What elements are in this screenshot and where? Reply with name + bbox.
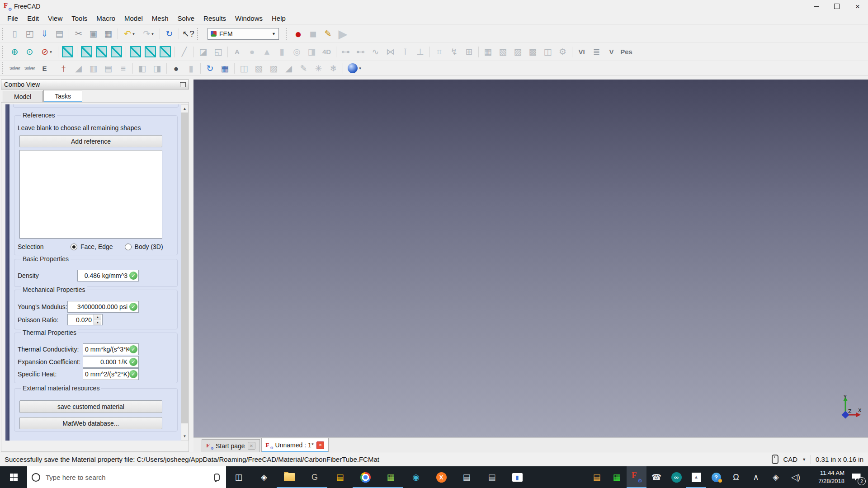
specific-heat-field[interactable]: 0 mm^2/(s^2*K) [83, 368, 139, 380]
front-view-icon[interactable] [79, 45, 94, 59]
constraint-force-icon[interactable]: ⊷ [353, 45, 368, 59]
bottom-view-icon[interactable] [143, 45, 158, 59]
chrome-icon[interactable] [353, 466, 378, 488]
workbench-selector[interactable]: FEM ▼ [208, 28, 279, 40]
menu-item[interactable]: Mesh [147, 14, 173, 23]
constraint-gear-icon[interactable]: ⊺ [398, 45, 413, 59]
toolbar-handle[interactable] [286, 28, 288, 40]
constraint-fixed-icon[interactable]: ⊶ [338, 45, 353, 59]
right-view-icon[interactable] [109, 45, 124, 59]
mesh-faces-icon[interactable]: ▧ [251, 61, 266, 75]
mesh-edges-icon[interactable]: ▨ [266, 61, 281, 75]
taskbar-clock[interactable]: 11:44 AM 7/28/2018 [807, 466, 844, 488]
undo-icon[interactable]: ↶ [120, 27, 139, 41]
mesh-gmsh-icon[interactable]: ▧ [495, 45, 510, 59]
constraint-displacement-icon[interactable]: ⌗ [432, 45, 447, 59]
cut-icon[interactable]: ✂ [71, 27, 86, 41]
flow-icon[interactable]: ◢ [71, 61, 86, 75]
matweb-database-button[interactable]: MatWeb database... [19, 417, 162, 429]
menu-item[interactable]: Macro [92, 14, 120, 23]
radio-face-edge[interactable] [71, 244, 77, 250]
youngs-modulus-field[interactable]: 34000000.000 psi [67, 301, 139, 313]
open-file-icon[interactable]: ◰ [22, 27, 37, 41]
photos-icon[interactable]: ▲ [686, 466, 706, 488]
references-list[interactable] [19, 150, 162, 239]
toolbar-handle[interactable] [2, 62, 5, 74]
comb-plot-icon[interactable]: ≡ [116, 61, 131, 75]
fem-sphere-icon[interactable]: ● [245, 45, 259, 59]
menu-item[interactable]: Edit [23, 14, 43, 23]
snowflake-icon[interactable]: ❄ [326, 61, 341, 75]
left-view-icon[interactable] [158, 45, 173, 59]
solver-elmer-icon[interactable]: E [37, 61, 52, 75]
save-icon[interactable]: ⇓ [37, 27, 52, 41]
pes-text-icon[interactable]: Pes [619, 45, 634, 59]
copy-icon[interactable]: ▣ [86, 27, 101, 41]
close-tab-icon[interactable] [316, 441, 324, 449]
minimize-button[interactable] [806, 0, 826, 13]
people-icon[interactable]: Ω [726, 466, 746, 488]
menu-item[interactable]: File [3, 14, 23, 23]
draw-doc-icon[interactable]: ▤ [327, 466, 353, 488]
solver-z88-icon[interactable]: Solver [22, 61, 37, 75]
draw-style-icon[interactable]: ⊘ [37, 45, 56, 59]
axonometric-view-icon[interactable] [60, 45, 75, 59]
constraint-temperature-icon[interactable]: ↯ [447, 45, 462, 59]
fem-cone-icon[interactable]: ▲ [259, 45, 274, 59]
constraint-pressure-icon[interactable]: ∿ [368, 45, 383, 59]
fem-extrude-icon[interactable]: ◨ [304, 45, 319, 59]
refresh-icon[interactable]: ↻ [162, 27, 177, 41]
mesh-clear-icon[interactable]: ▥ [86, 61, 101, 75]
menu-item[interactable]: Results [199, 14, 231, 23]
fem-4d-icon[interactable]: 4D [319, 45, 334, 59]
mesh-gears-icon[interactable]: ⚙ [555, 45, 570, 59]
toolbar-handle[interactable] [2, 28, 5, 40]
vi-text-icon[interactable]: VI [574, 45, 589, 59]
window-icon[interactable]: ▮ [505, 466, 530, 488]
add-reference-button[interactable]: Add reference [19, 135, 162, 147]
mesh-display-icon[interactable]: ◫ [236, 61, 251, 75]
list-icon[interactable]: ≣ [589, 45, 604, 59]
station-icon[interactable]: ◉ [403, 466, 429, 488]
mesh-boundary-icon[interactable]: ◫ [540, 45, 555, 59]
result-column-icon[interactable]: ▮ [184, 61, 198, 75]
paste-icon[interactable]: ▦ [101, 27, 116, 41]
combo-view-header[interactable]: Combo View [1, 80, 189, 89]
navigation-mode[interactable]: CAD [783, 455, 797, 463]
panel-splitter[interactable] [190, 76, 193, 452]
constraint-contact-icon[interactable]: ⊞ [462, 45, 476, 59]
annotate-icon[interactable]: ✎ [296, 61, 311, 75]
toolbar-handle[interactable] [2, 46, 5, 58]
clip-section-icon[interactable]: ◧ [135, 61, 150, 75]
scrollbar-thumb[interactable] [181, 113, 188, 423]
fit-all-icon[interactable]: ⊕ [7, 45, 22, 59]
phone-icon[interactable]: ☎ [646, 466, 666, 488]
chevron-up-icon[interactable]: ∧ [746, 466, 766, 488]
measure-icon[interactable]: ╱ [177, 45, 192, 59]
file-explorer-icon[interactable] [277, 466, 302, 488]
mesh-slope-icon[interactable]: ◢ [281, 61, 296, 75]
freecad-icon[interactable] [627, 466, 646, 488]
gimp-icon[interactable]: G [302, 466, 327, 488]
scroll-down-icon[interactable] [181, 432, 188, 440]
tab-model[interactable]: Model [3, 91, 42, 102]
dropbox-tray-icon[interactable]: ◈ [766, 466, 786, 488]
start-button[interactable] [0, 466, 27, 488]
mesh-netgen-icon[interactable]: ▦ [481, 45, 495, 59]
constraint-bearing-icon[interactable]: ⋈ [383, 45, 398, 59]
action-center-button[interactable]: 2 [844, 466, 868, 488]
expansion-coefficient-field[interactable]: 0.000 1/K [83, 356, 139, 368]
grid-icon[interactable]: ▦ [217, 61, 232, 75]
greenshot-icon[interactable]: ▦ [378, 466, 403, 488]
macro-play-icon[interactable]: ▶ [335, 27, 350, 41]
top-view-icon[interactable] [94, 45, 109, 59]
fit-selection-icon[interactable]: ⊙ [22, 45, 37, 59]
menu-item[interactable]: Windows [231, 14, 267, 23]
clip-remove-icon[interactable]: ◨ [150, 61, 165, 75]
float-panel-icon[interactable] [180, 82, 186, 87]
microphone-icon[interactable] [214, 474, 220, 481]
mesh-region-icon[interactable]: ▨ [510, 45, 525, 59]
writer-doc-icon[interactable]: ▤ [479, 466, 505, 488]
fem-text-icon[interactable]: A [230, 45, 245, 59]
menu-item[interactable]: Help [267, 14, 290, 23]
